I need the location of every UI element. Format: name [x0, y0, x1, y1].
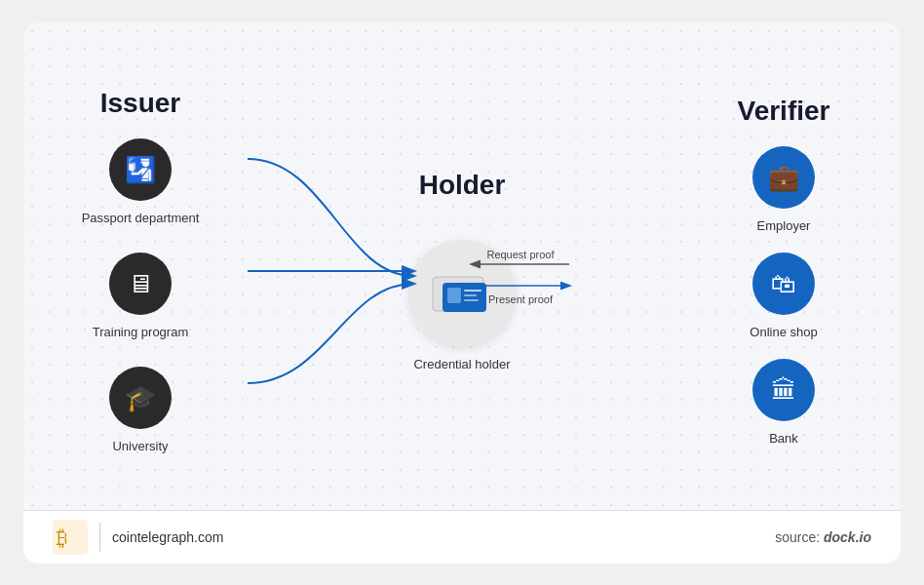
svg-rect-7 — [464, 290, 481, 292]
issuer-item-passport: 🛂 Passport department — [82, 138, 200, 225]
holder-column: Holder Credential holder — [394, 170, 530, 371]
passport-label: Passport department — [82, 211, 200, 225]
issuer-item-training: 🖥 Training program — [82, 253, 200, 339]
training-label: Training program — [93, 325, 189, 339]
onlineshop-icon: 🛍 — [752, 253, 815, 315]
main-card: Issuer 🛂 Passport department 🖥 Training … — [23, 22, 901, 564]
credential-card-icon — [428, 269, 496, 318]
issuer-header: Issuer — [100, 88, 181, 119]
bank-icon: 🏛 — [752, 359, 815, 421]
verifier-items: 💼 Employer 🛍 Online shop 🏛 Bank — [750, 146, 817, 446]
issuer-item-university: 🎓 University — [82, 367, 200, 453]
issuer-items: 🛂 Passport department 🖥 Training program… — [82, 138, 200, 453]
training-icon: 🖥 — [109, 253, 172, 315]
verifier-item-onlineshop: 🛍 Online shop — [750, 253, 817, 339]
cointelegraph-logo: ₿ — [53, 520, 88, 555]
svg-text:₿: ₿ — [57, 526, 67, 550]
employer-icon: 💼 — [752, 146, 815, 209]
svg-rect-8 — [464, 294, 477, 296]
footer-left: ₿ cointelegraph.com — [53, 520, 223, 555]
university-icon: 🎓 — [109, 367, 172, 429]
verifier-item-employer: 💼 Employer — [750, 146, 817, 233]
bank-label: Bank — [769, 431, 798, 446]
holder-header: Holder — [419, 170, 506, 201]
svg-rect-6 — [447, 288, 461, 303]
holder-label: Credential holder — [413, 357, 510, 371]
footer-divider — [99, 523, 100, 552]
onlineshop-label: Online shop — [750, 325, 817, 339]
footer: ₿ cointelegraph.com source: dock.io — [23, 510, 901, 564]
verifier-column: Verifier 💼 Employer 🛍 Online shop 🏛 Bank — [715, 96, 852, 446]
employer-label: Employer — [757, 218, 811, 233]
university-label: University — [112, 439, 168, 453]
verifier-header: Verifier — [738, 96, 830, 127]
passport-icon: 🛂 — [109, 138, 172, 201]
credential-holder-circle — [408, 240, 516, 347]
issuer-column: Issuer 🛂 Passport department 🖥 Training … — [72, 88, 209, 453]
footer-source: source: dock.io — [775, 529, 871, 545]
verifier-item-bank: 🏛 Bank — [750, 359, 817, 446]
svg-rect-9 — [464, 299, 479, 301]
footer-url: cointelegraph.com — [112, 529, 223, 545]
diagram-content: Issuer 🛂 Passport department 🖥 Training … — [23, 22, 901, 510]
footer-source-brand: dock.io — [824, 529, 871, 545]
